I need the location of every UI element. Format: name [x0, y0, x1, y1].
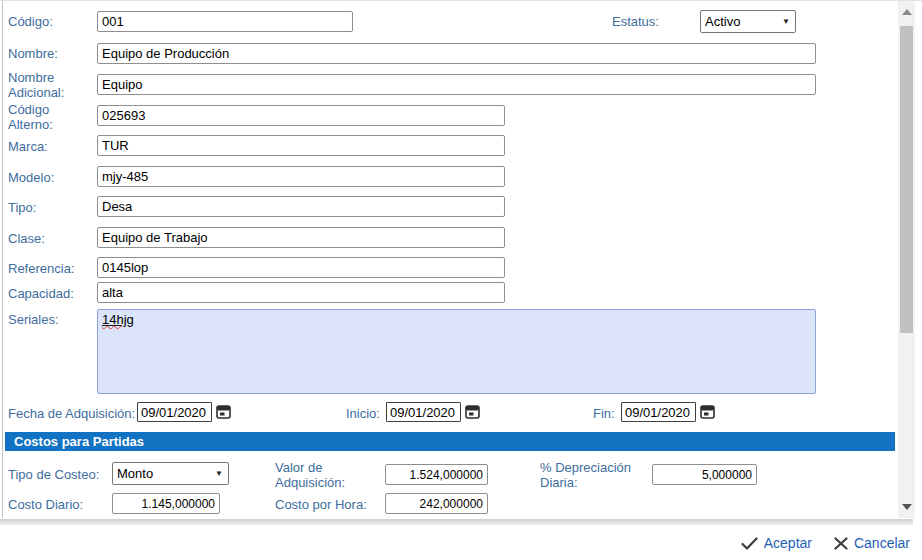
clase-input[interactable] — [97, 227, 505, 248]
referencia-input[interactable] — [97, 257, 505, 278]
nombre-label: Nombre: — [8, 46, 58, 61]
asset-form-panel: Código: Estatus: Activo ▼ Nombre: Nombre… — [0, 0, 922, 560]
estatus-select-control[interactable]: Activo — [700, 10, 796, 33]
tipo-input[interactable] — [97, 196, 505, 217]
scroll-down-arrow-icon[interactable] — [902, 504, 912, 510]
clase-label: Clase: — [8, 231, 45, 246]
calendar-icon[interactable] — [216, 404, 231, 419]
marca-label: Marca: — [8, 139, 48, 154]
referencia-label: Referencia: — [8, 261, 74, 276]
codigo-alterno-label: Código Alterno: — [8, 102, 86, 132]
estatus-select[interactable]: Activo ▼ — [700, 10, 796, 33]
aceptar-button[interactable]: Aceptar — [741, 535, 812, 551]
fecha-adquisicion-input[interactable] — [137, 402, 212, 422]
aceptar-label: Aceptar — [764, 535, 812, 551]
cancelar-label: Cancelar — [854, 535, 910, 551]
seriales-value: 14hjg — [102, 312, 134, 327]
valor-adquisicion-input[interactable] — [385, 464, 488, 485]
vertical-scrollbar-thumb[interactable] — [900, 26, 913, 333]
close-icon — [834, 537, 848, 550]
fecha-adquisicion-label: Fecha de Adquisición: — [8, 406, 135, 421]
costo-por-hora-label: Costo por Hora: — [275, 497, 367, 512]
codigo-alterno-input[interactable] — [97, 105, 505, 126]
capacidad-input[interactable] — [97, 282, 505, 303]
estatus-label: Estatus: — [612, 14, 659, 29]
depreciacion-diaria-label: % Depreciación Diaria: — [540, 460, 645, 490]
calendar-icon[interactable] — [700, 404, 715, 419]
scroll-up-arrow-icon[interactable] — [902, 9, 912, 15]
footer-action-bar: Aceptar Cancelar — [0, 525, 922, 560]
codigo-label: Código: — [8, 14, 53, 29]
cancelar-button[interactable]: Cancelar — [834, 535, 910, 551]
check-icon — [741, 537, 758, 550]
panel-left-border — [2, 1, 3, 518]
fin-label: Fin: — [593, 406, 615, 421]
seriales-textarea[interactable]: 14hjg — [97, 309, 816, 394]
fin-input[interactable] — [621, 402, 696, 422]
tipo-costeo-select-control[interactable]: Monto — [112, 462, 229, 485]
tipo-costeo-select[interactable]: Monto ▼ — [112, 462, 229, 485]
valor-adquisicion-label: Valor de Adquisición: — [275, 460, 370, 490]
modelo-label: Modelo: — [8, 170, 54, 185]
costo-diario-input[interactable] — [112, 493, 220, 514]
costo-por-hora-input[interactable] — [385, 493, 488, 514]
tipo-label: Tipo: — [8, 200, 36, 215]
nombre-input[interactable] — [97, 43, 816, 64]
vertical-scrollbar[interactable] — [898, 1, 915, 518]
seriales-label: Seriales: — [8, 312, 59, 327]
depreciacion-diaria-input[interactable] — [652, 464, 757, 485]
codigo-input[interactable] — [97, 11, 353, 32]
costo-diario-label: Costo Diario: — [8, 497, 83, 512]
bottom-divider — [0, 518, 913, 525]
inicio-input[interactable] — [386, 402, 461, 422]
costos-section-header: Costos para Partidas — [5, 432, 895, 451]
calendar-icon[interactable] — [465, 404, 480, 419]
inicio-label: Inicio: — [346, 406, 380, 421]
nombre-adicional-label: Nombre Adicional: — [8, 70, 86, 100]
nombre-adicional-input[interactable] — [97, 74, 816, 95]
tipo-costeo-label: Tipo de Costeo: — [8, 467, 99, 482]
modelo-input[interactable] — [97, 166, 505, 187]
capacidad-label: Capacidad: — [8, 286, 74, 301]
marca-input[interactable] — [97, 135, 505, 156]
